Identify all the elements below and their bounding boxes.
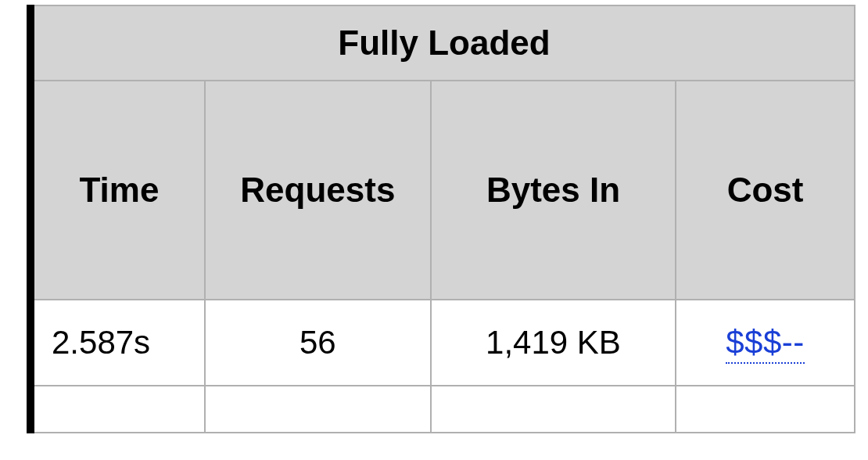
col-header-bytes-in: Bytes In — [431, 81, 676, 300]
col-header-cost: Cost — [676, 81, 855, 300]
table-row — [30, 386, 855, 433]
fully-loaded-table: Fully Loaded Time Requests Bytes In Cost… — [27, 5, 855, 433]
cell-time: 2.587s — [30, 300, 205, 386]
cell-requests: 56 — [205, 300, 431, 386]
col-header-requests: Requests — [205, 81, 431, 300]
cell-empty — [431, 386, 676, 433]
cell-bytes-in: 1,419 KB — [431, 300, 676, 386]
cost-link[interactable]: $$$-- — [726, 324, 805, 364]
col-header-time: Time — [30, 81, 205, 300]
cell-empty — [676, 386, 855, 433]
table-row: 2.587s 56 1,419 KB $$$-- — [30, 300, 855, 386]
cell-cost: $$$-- — [676, 300, 855, 386]
cell-empty — [205, 386, 431, 433]
cell-empty — [30, 386, 205, 433]
table-group-header: Fully Loaded — [30, 5, 855, 81]
